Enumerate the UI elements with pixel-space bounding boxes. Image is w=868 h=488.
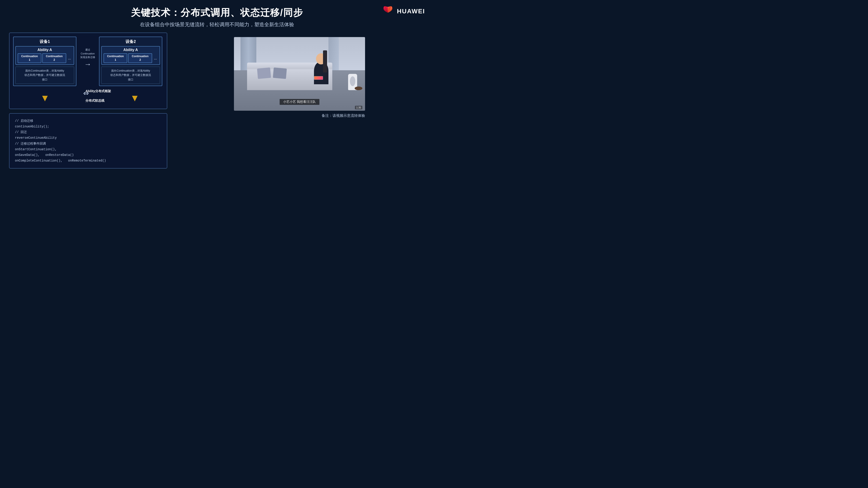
device1-title: 设备1 — [16, 39, 74, 44]
code-line-7: onSaveData(), onRestoreData() — [15, 152, 161, 158]
code-box: // 启动迁移 continueAbility(); // 回迁 reverse… — [9, 113, 167, 169]
device1-dots: ... — [67, 56, 72, 60]
side-table — [355, 87, 363, 90]
framework-labels: Ability分布式框架 分布式软总线 — [86, 89, 111, 103]
device2-cont2: Continuation2 — [128, 53, 152, 63]
tablet — [314, 76, 323, 80]
content-area: 设备1 Ability A Continuation1 Continuation… — [0, 30, 434, 244]
code-line-3: // 回迁 — [15, 129, 161, 135]
pillow1 — [257, 68, 271, 79]
video-frame[interactable]: 小艺小艺 我想看汪汪队 1:35 — [234, 37, 365, 111]
bus-label: 分布式软总线 — [86, 99, 111, 103]
code-line-2: continueAbility(); — [15, 124, 161, 129]
right-down-arrow-icon: ▼ — [130, 93, 140, 103]
video-subtitle: 小艺小艺 我想看汪汪队 — [280, 99, 319, 105]
code-line-5: // 迁移过程事件回调 — [15, 141, 161, 147]
device2-continuations: Continuation1 Continuation2 ... — [103, 53, 158, 63]
device2-desc: 面向Continuation类，封装Ability状态和用户数据，并可建立数据流… — [101, 67, 160, 84]
device1-desc: 面向Continuation类，封装Ability状态和用户数据，并可建立数据流… — [16, 67, 74, 84]
video-container[interactable]: 小艺小艺 我想看汪汪队 1:35 — [234, 37, 365, 111]
device1-cont1: Continuation1 — [18, 53, 41, 63]
devices-row: 设备1 Ability A Continuation1 Continuation… — [13, 37, 163, 86]
left-panel: 设备1 Ability A Continuation1 Continuation… — [9, 33, 167, 242]
left-down-arrow-icon: ▼ — [40, 93, 50, 103]
speaker-face — [350, 76, 355, 86]
tablet-screen — [314, 76, 323, 79]
device1-block: 设备1 Ability A Continuation1 Continuation… — [13, 37, 76, 86]
right-panel: 小艺小艺 我想看汪汪队 1:35 备注：该视频示意流转体验 — [174, 33, 425, 242]
speaker-tower — [323, 51, 327, 72]
framework-label: Ability分布式框架 — [86, 89, 111, 93]
code-line-8: onCompleteContinuation(), onRemoteTermin… — [15, 158, 161, 164]
device2-dots: ... — [153, 56, 158, 60]
page-title: 关键技术：分布式调用、状态迁移/同步 — [0, 6, 434, 19]
video-time: 1:35 — [355, 106, 362, 109]
transition-label: 通过Continuation实现业务迁移 — [80, 48, 95, 59]
device1-ability-title: Ability A — [18, 48, 72, 52]
pillow2 — [273, 68, 287, 79]
video-caption: 备注：该视频示意流转体验 — [234, 113, 365, 118]
room-scene: 小艺小艺 我想看汪汪队 1:35 — [234, 37, 365, 111]
code-line-6: onStartContinuation(), — [15, 147, 161, 152]
device1-cont2: Continuation2 — [42, 53, 66, 63]
page-subtitle: 在设备组合中按场景无缝流转，轻松调用不同能力，塑造全新生活体验 — [0, 21, 434, 28]
device2-cont1: Continuation1 — [103, 53, 127, 63]
diagram-box: 设备1 Ability A Continuation1 Continuation… — [9, 33, 167, 109]
device1-continuations: Continuation1 Continuation2 ... — [18, 53, 72, 63]
device2-ability-title: Ability A — [103, 48, 158, 52]
device2-block: 设备2 Ability A Continuation1 Continuation… — [99, 37, 162, 86]
page-header: 关键技术：分布式调用、状态迁移/同步 在设备组合中按场景无缝流转，轻松调用不同能… — [0, 0, 434, 30]
code-line-4: reverseContinueAbility — [15, 135, 161, 141]
middle-arrow: 通过Continuation实现业务迁移 → — [76, 37, 99, 68]
device2-ability-box: Ability A Continuation1 Continuation2 ..… — [101, 46, 160, 65]
right-arrow-icon: → — [84, 61, 91, 68]
device1-ability-box: Ability A Continuation1 Continuation2 ..… — [16, 46, 74, 65]
device2-title: 设备2 — [101, 39, 160, 44]
code-line-1: // 启动迁移 — [15, 118, 161, 124]
